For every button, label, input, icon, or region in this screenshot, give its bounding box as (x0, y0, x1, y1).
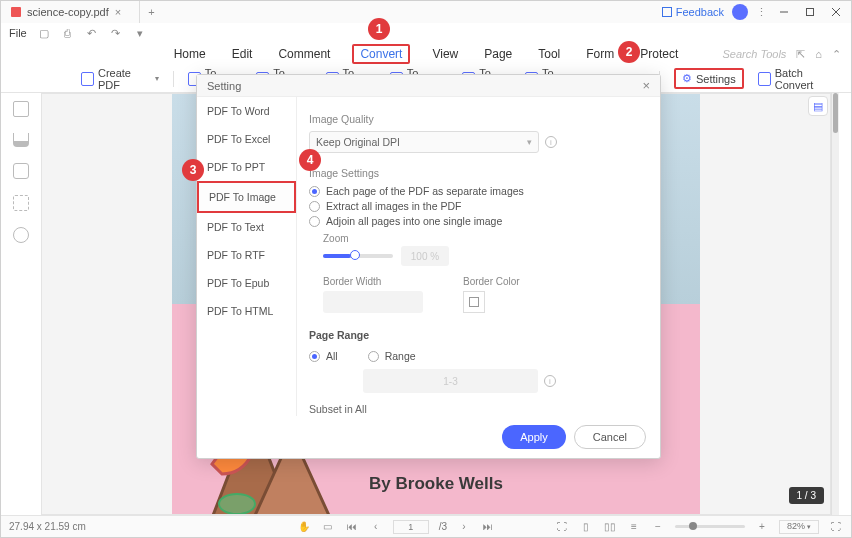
zoom-in-icon[interactable]: + (755, 520, 769, 534)
radio-label: Range (385, 350, 416, 362)
scrollbar-thumb[interactable] (833, 93, 838, 133)
page-range-input[interactable]: 1-3 (363, 369, 538, 393)
feedback-icon (662, 7, 672, 17)
modal-close-button[interactable]: × (642, 78, 650, 93)
radio-range-pages[interactable]: Range (368, 350, 416, 362)
close-window-button[interactable] (827, 5, 845, 19)
cloud-icon[interactable]: ⌂ (815, 48, 822, 60)
hand-tool-icon[interactable]: ✋ (297, 520, 311, 534)
modal-footer: Apply Cancel (197, 416, 660, 458)
radio-extract-images[interactable]: Extract all images in the PDF (309, 200, 648, 212)
image-quality-select[interactable]: Keep Original DPI ▾ (309, 131, 539, 153)
scrollbar[interactable] (831, 93, 839, 515)
share-icon[interactable]: ⇱ (796, 48, 805, 61)
modal-sidebar: PDF To Word PDF To Excel PDF To PPT PDF … (197, 97, 297, 416)
subset-label: Subset in All (309, 403, 648, 415)
side-pdf-to-ppt[interactable]: PDF To PPT (197, 153, 296, 181)
feedback-link[interactable]: Feedback (662, 6, 724, 18)
side-pdf-to-html[interactable]: PDF To HTML (197, 297, 296, 325)
radio-adjoin-pages[interactable]: Adjoin all pages into one single image (309, 215, 648, 227)
border-color-swatch[interactable] (463, 291, 485, 313)
single-page-icon[interactable]: ▯ (579, 520, 593, 534)
zoom-select[interactable]: 82%▾ (779, 520, 819, 534)
first-page-icon[interactable]: ⏮ (345, 520, 359, 534)
last-page-icon[interactable]: ⏭ (481, 520, 495, 534)
side-pdf-to-word[interactable]: PDF To Word (197, 97, 296, 125)
continuous-icon[interactable]: ≡ (627, 520, 641, 534)
page-number-input[interactable]: 1 (393, 520, 429, 534)
menu-form[interactable]: Form (582, 45, 618, 63)
fit-page-icon[interactable]: ⛶ (555, 520, 569, 534)
chevron-down-icon: ▾ (527, 137, 532, 147)
document-byline: By Brooke Wells (172, 474, 700, 494)
two-page-icon[interactable]: ▯▯ (603, 520, 617, 534)
menu-tool[interactable]: Tool (534, 45, 564, 63)
menu-home[interactable]: Home (170, 45, 210, 63)
border-width-input[interactable] (323, 291, 423, 313)
prev-page-icon[interactable]: ‹ (369, 520, 383, 534)
radio-separate-images[interactable]: Each page of the PDF as separate images (309, 185, 648, 197)
close-tab-icon[interactable]: × (115, 6, 121, 18)
zoom-value[interactable]: 100 % (401, 246, 449, 266)
side-pdf-to-excel[interactable]: PDF To Excel (197, 125, 296, 153)
side-pdf-to-epub[interactable]: PDF To Epub (197, 269, 296, 297)
zoom-slider[interactable] (323, 254, 393, 258)
menu-page[interactable]: Page (480, 45, 516, 63)
side-float-icon[interactable]: ▤ (808, 96, 828, 116)
apply-button[interactable]: Apply (502, 425, 566, 449)
maximize-button[interactable] (801, 5, 819, 19)
radio-icon (309, 216, 320, 227)
side-pdf-to-text[interactable]: PDF To Text (197, 213, 296, 241)
new-tab-button[interactable]: + (140, 6, 162, 18)
menu-convert[interactable]: Convert (352, 44, 410, 64)
image-settings-heading: Image Settings (309, 167, 648, 179)
page-dimensions: 27.94 x 21.59 cm (9, 521, 86, 532)
thumbnails-icon[interactable] (13, 101, 29, 117)
border-width-label: Border Width (323, 276, 423, 287)
cancel-button[interactable]: Cancel (574, 425, 646, 449)
more-qat-icon[interactable]: ▾ (133, 27, 147, 40)
select-tool-icon[interactable]: ▭ (321, 520, 335, 534)
kebab-icon[interactable]: ⋮ (756, 6, 767, 19)
radio-label: All (326, 350, 338, 362)
search-tools-input[interactable]: Search Tools (723, 48, 787, 60)
radio-all-pages[interactable]: All (309, 350, 338, 362)
attachment-icon[interactable] (13, 195, 29, 211)
zoom-out-icon[interactable]: − (651, 520, 665, 534)
menu-protect[interactable]: Protect (636, 45, 682, 63)
save-icon[interactable]: ▢ (37, 27, 51, 40)
menu-comment[interactable]: Comment (274, 45, 334, 63)
up-icon[interactable]: ⌃ (832, 48, 841, 61)
radio-label: Adjoin all pages into one single image (326, 215, 502, 227)
side-pdf-to-rtf[interactable]: PDF To RTF (197, 241, 296, 269)
tab-title: science-copy.pdf (27, 6, 109, 18)
redo-icon[interactable]: ↷ (109, 27, 123, 40)
slider-thumb[interactable] (350, 250, 360, 260)
side-pdf-to-image[interactable]: PDF To Image (197, 181, 296, 213)
annotation-3: 3 (182, 159, 204, 181)
avatar[interactable] (732, 4, 748, 20)
minimize-button[interactable] (775, 5, 793, 19)
menu-edit[interactable]: Edit (228, 45, 257, 63)
zoom-slider[interactable] (675, 525, 745, 528)
search-panel-icon[interactable] (13, 227, 29, 243)
create-pdf-label: Create PDF (98, 67, 151, 91)
bookmark-icon[interactable] (13, 133, 29, 147)
zoom-slider-thumb[interactable] (689, 522, 697, 530)
menu-view[interactable]: View (428, 45, 462, 63)
page-range-heading: Page Range (309, 329, 648, 341)
comment-panel-icon[interactable] (13, 163, 29, 179)
next-page-icon[interactable]: › (457, 520, 471, 534)
create-pdf-icon (81, 72, 94, 86)
fullscreen-icon[interactable]: ⛶ (829, 520, 843, 534)
settings-button[interactable]: ⚙Settings (674, 68, 744, 89)
undo-icon[interactable]: ↶ (85, 27, 99, 40)
title-bar: science-copy.pdf × + Feedback ⋮ (1, 1, 851, 23)
create-pdf-button[interactable]: Create PDF▾ (81, 67, 159, 91)
info-icon[interactable]: i (544, 375, 556, 387)
print-icon[interactable]: ⎙ (61, 27, 75, 39)
batch-convert-button[interactable]: Batch Convert (758, 67, 839, 91)
info-icon[interactable]: i (545, 136, 557, 148)
document-tab[interactable]: science-copy.pdf × (1, 1, 140, 23)
file-menu[interactable]: File (9, 27, 27, 39)
